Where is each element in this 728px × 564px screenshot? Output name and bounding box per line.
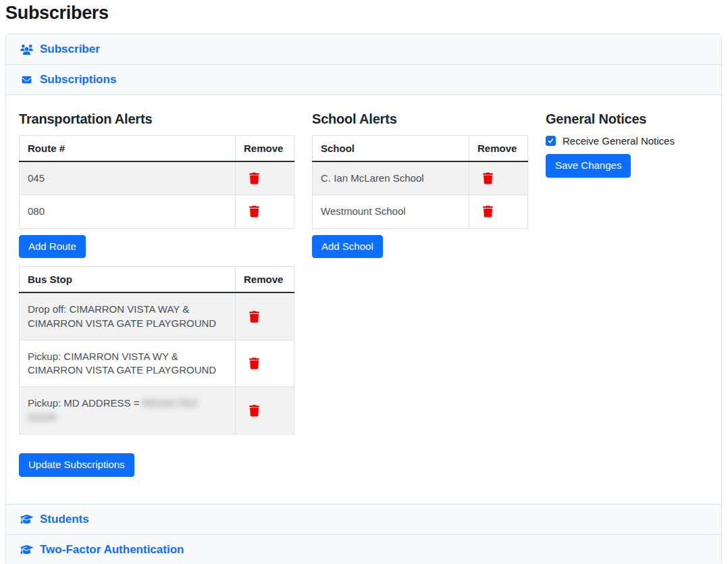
remove-button[interactable] <box>249 357 259 369</box>
check-icon <box>547 137 554 145</box>
table-row: Drop off: CIMARRON VISTA WAY & CIMARRON … <box>20 292 294 340</box>
general-notices-heading: General Notices <box>546 111 708 127</box>
remove-button[interactable] <box>483 205 493 217</box>
table-row: Westmount School <box>313 195 528 228</box>
accordion-header-subscriptions[interactable]: Subscriptions <box>6 65 721 95</box>
remove-cell <box>236 292 294 340</box>
accordion-header-two-factor[interactable]: Two-Factor Authentication <box>6 535 721 564</box>
table-row: 080 <box>20 195 294 228</box>
users-icon <box>20 45 33 55</box>
bus-stop-column-header: Bus Stop <box>20 267 236 293</box>
accordion-label-students: Students <box>40 513 89 526</box>
trash-icon <box>249 172 259 184</box>
bus-stop-table: Bus Stop Remove Drop off: CIMARRON VISTA… <box>19 266 294 434</box>
table-row: C. Ian McLaren School <box>313 161 528 195</box>
bus-stop-text: Pickup: MD ADDRESS = <box>28 397 142 409</box>
remove-column-header: Remove <box>236 267 294 293</box>
remove-button[interactable] <box>249 405 259 417</box>
bus-stop-cell: Pickup: CIMARRON VISTA WY & CIMARRON VIS… <box>20 340 236 387</box>
bus-stop-cell: Drop off: CIMARRON VISTA WAY & CIMARRON … <box>20 292 236 340</box>
accordion-label-two-factor: Two-Factor Authentication <box>40 543 184 557</box>
remove-button[interactable] <box>483 172 493 184</box>
save-changes-button[interactable]: Save Changes <box>546 154 631 178</box>
route-table: Route # Remove 045080 <box>19 135 294 229</box>
remove-button[interactable] <box>249 311 259 323</box>
bus-stop-cell: Pickup: MD ADDRESS = REDACTED ADDR <box>20 387 236 434</box>
trash-icon <box>249 357 259 369</box>
transportation-alerts-heading: Transportation Alerts <box>19 111 294 127</box>
accordion-header-subscriber[interactable]: Subscriber <box>6 34 721 65</box>
graduation-cap-icon <box>20 514 33 524</box>
bus-stop-table-header-row: Bus Stop Remove <box>20 267 294 293</box>
school-column-header: School <box>313 136 469 162</box>
accordion-header-students[interactable]: Students <box>6 505 721 535</box>
remove-column-header: Remove <box>236 136 294 162</box>
route-number-column-header: Route # <box>20 136 236 162</box>
add-school-button[interactable]: Add School <box>312 235 383 259</box>
table-row: Pickup: CIMARRON VISTA WY & CIMARRON VIS… <box>20 340 294 387</box>
accordion-label-subscriptions: Subscriptions <box>40 73 116 86</box>
accordion-label-subscriber: Subscriber <box>40 43 100 56</box>
table-row: 045 <box>20 161 294 195</box>
school-table: School Remove C. Ian McLaren SchoolWestm… <box>312 135 528 229</box>
subscribers-page: Subscribers Subscriber Subscriptions Tra… <box>5 3 722 564</box>
remove-cell <box>469 195 528 228</box>
trash-icon <box>483 172 493 184</box>
general-notices-section: General Notices Receive General Notices … <box>546 111 708 477</box>
remove-cell <box>236 387 294 434</box>
remove-button[interactable] <box>249 172 259 184</box>
receive-general-notices-label: Receive General Notices <box>563 135 675 147</box>
remove-cell <box>236 340 294 387</box>
receive-general-notices-row: Receive General Notices <box>546 135 708 147</box>
school-name-cell: C. Ian McLaren School <box>313 161 469 195</box>
envelope-icon <box>20 75 33 84</box>
school-table-header-row: School Remove <box>313 136 528 162</box>
receive-general-notices-checkbox[interactable] <box>546 136 556 146</box>
trash-icon <box>249 205 259 217</box>
trash-icon <box>249 405 259 417</box>
school-alerts-section: School Alerts School Remove C. Ian McLar… <box>312 111 528 477</box>
school-alerts-heading: School Alerts <box>312 111 528 127</box>
trash-icon <box>483 205 493 217</box>
remove-cell <box>236 161 294 195</box>
add-route-button[interactable]: Add Route <box>19 235 86 259</box>
subscriber-accordion: Subscriber Subscriptions Transportation … <box>5 34 722 564</box>
route-number-cell: 080 <box>20 195 236 228</box>
page-title: Subscribers <box>5 3 722 24</box>
subscriptions-panel: Transportation Alerts Route # Remove 045… <box>6 95 721 505</box>
table-row: Pickup: MD ADDRESS = REDACTED ADDR <box>20 387 294 434</box>
graduation-cap-icon <box>20 544 33 555</box>
trash-icon <box>249 311 259 323</box>
remove-cell <box>469 161 528 195</box>
route-number-cell: 045 <box>20 161 236 195</box>
transportation-alerts-section: Transportation Alerts Route # Remove 045… <box>19 111 294 477</box>
remove-column-header: Remove <box>469 136 528 162</box>
remove-button[interactable] <box>249 205 259 217</box>
school-name-cell: Westmount School <box>313 195 469 228</box>
route-table-header-row: Route # Remove <box>20 136 294 162</box>
remove-cell <box>236 195 294 228</box>
update-subscriptions-button[interactable]: Update Subscriptions <box>19 453 134 477</box>
